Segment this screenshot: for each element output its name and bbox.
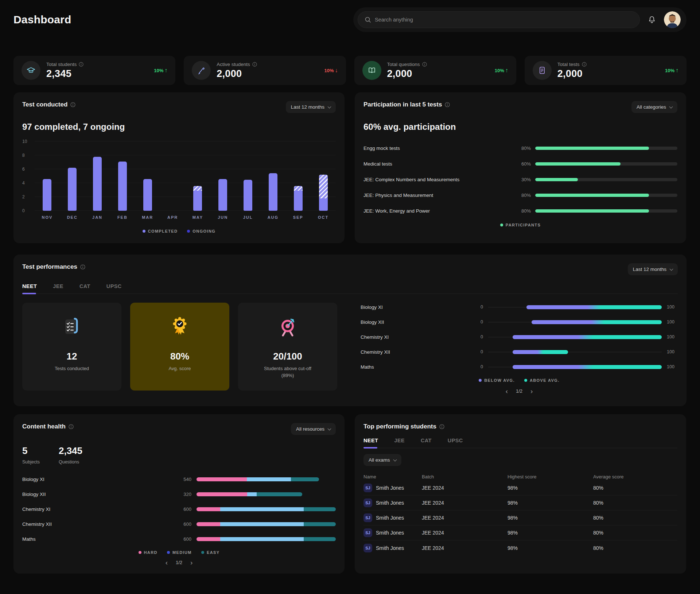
subject-row: Chemistry XI0100: [361, 333, 678, 341]
pencil-icon: [192, 61, 211, 80]
student-initials-badge: SJ: [363, 528, 372, 537]
scale-min: 0: [470, 349, 483, 354]
bar-column-jan: [85, 141, 110, 211]
content-health-bars: Biology XI540Biology XII320Chemistry XI6…: [22, 475, 336, 543]
stacked-bar: [197, 537, 336, 541]
student-initials-badge: SJ: [363, 544, 372, 552]
exams-filter-dropdown[interactable]: All exams: [363, 454, 401, 466]
easy-segment: [304, 522, 336, 526]
resources-filter-dropdown[interactable]: All resources: [291, 423, 336, 435]
row-value: 80%: [516, 193, 531, 198]
row-label: JEE: Complex Numbers and Measurements: [363, 177, 459, 182]
top-bar: Dashboard: [13, 7, 687, 32]
chevron-down-icon: [328, 105, 331, 108]
card-value: 12: [67, 351, 77, 362]
completed-bar-segment: [193, 191, 202, 211]
completed-bar-segment: [294, 191, 303, 211]
completed-bar-segment: [244, 180, 252, 211]
medium-segment: [220, 537, 304, 541]
test-conducted-chart: 0246810 NOVDECJANFEBMARAPRMAYJUNJULAUGSE…: [22, 141, 336, 220]
table-row[interactable]: SJSmith JonesJEE 202498%80%: [363, 525, 677, 540]
info-icon[interactable]: [445, 102, 450, 107]
bar-stack: [294, 186, 303, 211]
row-label: JEE: Work, Energy and Power: [363, 208, 430, 214]
pager-prev-icon[interactable]: ‹: [164, 558, 169, 567]
info-icon[interactable]: [80, 264, 85, 269]
table-row[interactable]: SJSmith JonesJEE 202498%80%: [363, 540, 677, 555]
x-tick-label: JUL: [236, 215, 261, 220]
ongoing-bar-segment: [294, 186, 303, 191]
average-score-cell: 80%: [593, 545, 677, 551]
test-conducted-panel: Test conducted Last 12 months 97 complet…: [13, 92, 345, 243]
subject-range-bars: Biology XI0100Biology XII0100Chemistry X…: [361, 303, 678, 370]
content-row: Chemistry XI600: [22, 505, 336, 513]
panel-title: Test performances: [22, 263, 77, 271]
row-bar-group: 30%: [516, 177, 677, 182]
stat-card-total-students: Total students 2,345 10%↑: [13, 56, 175, 85]
tab-upsc[interactable]: UPSC: [448, 438, 463, 448]
row-label: JEE: Physics and Measurement: [363, 193, 433, 198]
pager-next-icon[interactable]: ›: [529, 387, 534, 395]
bar-stack: [319, 175, 328, 211]
table-row[interactable]: SJSmith JonesJEE 202498%80%: [363, 496, 677, 510]
period-filter-dropdown[interactable]: Last 12 months: [286, 101, 336, 113]
y-axis-labels: 0246810: [22, 141, 35, 211]
progress-track: [535, 194, 677, 197]
bar-column-apr: [160, 141, 185, 211]
bar-column-jul: [236, 141, 261, 211]
x-tick-label: JAN: [85, 215, 110, 220]
medium-segment: [247, 492, 257, 496]
pager-next-icon[interactable]: ›: [189, 558, 194, 567]
info-icon[interactable]: [439, 424, 444, 429]
info-icon[interactable]: [79, 62, 83, 67]
tab-neet[interactable]: NEET: [22, 283, 37, 294]
book-icon: [362, 61, 381, 80]
batch-cell: JEE 2024: [422, 500, 508, 506]
info-icon[interactable]: [252, 62, 257, 67]
highest-score-cell: 98%: [508, 500, 593, 506]
info-icon[interactable]: [422, 62, 427, 67]
y-tick-label: 0: [22, 208, 25, 213]
pager-prev-icon[interactable]: ‹: [504, 387, 509, 395]
period-filter-dropdown[interactable]: Last 12 months: [628, 263, 678, 275]
tab-cat[interactable]: CAT: [421, 438, 432, 448]
row-label: Biology XII: [22, 492, 175, 497]
student-name-cell: SJSmith Jones: [363, 513, 422, 522]
easy-segment: [304, 507, 336, 511]
info-icon[interactable]: [582, 62, 587, 67]
content-row: Biology XI540: [22, 475, 336, 483]
tab-jee[interactable]: JEE: [53, 283, 63, 294]
bar-stack: [269, 173, 277, 211]
table-row[interactable]: SJSmith JonesJEE 202498%80%: [363, 481, 677, 496]
tab-cat[interactable]: CAT: [79, 283, 90, 294]
batch-cell: JEE 2024: [422, 485, 508, 491]
bar-stack: [143, 179, 152, 211]
scale-max: 100: [667, 319, 678, 325]
tab-neet[interactable]: NEET: [363, 438, 378, 448]
chevron-down-icon: [328, 427, 331, 430]
stat-label: Total students: [46, 62, 77, 67]
highest-score-cell: 98%: [508, 545, 593, 551]
tab-upsc[interactable]: UPSC: [106, 283, 122, 294]
table-row[interactable]: SJSmith JonesJEE 202498%80%: [363, 510, 677, 525]
info-icon[interactable]: [70, 102, 75, 107]
performance-pager: ‹ 1/2 ›: [361, 387, 678, 395]
subject-row: Biology XII0100: [361, 318, 678, 326]
notification-bell-icon[interactable]: [646, 13, 658, 26]
category-filter-dropdown[interactable]: All categories: [631, 101, 677, 113]
search-bar[interactable]: [358, 11, 640, 28]
participation-row: Engg mock tests80%: [363, 144, 677, 152]
info-icon[interactable]: [69, 424, 74, 429]
bar-column-jun: [210, 141, 236, 211]
user-avatar[interactable]: [664, 11, 681, 28]
search-input[interactable]: [375, 17, 633, 23]
medal-icon: [168, 315, 191, 338]
batch-cell: JEE 2024: [422, 530, 508, 536]
row-value: 540: [175, 477, 191, 482]
completed-bar-segment: [118, 162, 127, 211]
bar-column-sep: [285, 141, 311, 211]
tab-jee[interactable]: JEE: [394, 438, 405, 448]
progress-fill: [535, 162, 621, 166]
progress-track: [535, 147, 677, 150]
panel-title: Content health: [22, 423, 66, 430]
